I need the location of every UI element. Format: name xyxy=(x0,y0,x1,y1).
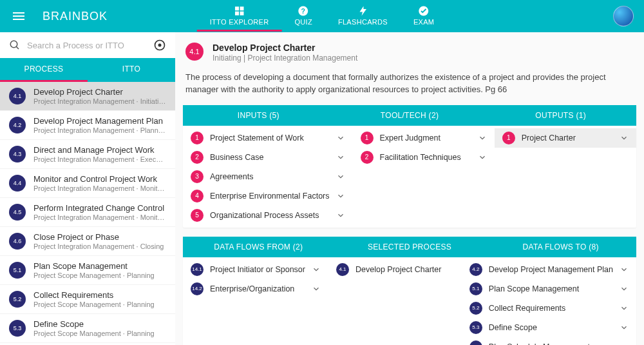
grid-icon xyxy=(234,5,245,17)
avatar[interactable] xyxy=(613,6,634,26)
detail-subtitle: Initiating | Project Integration Managem… xyxy=(213,54,357,63)
row-label: Plan Schedule Management xyxy=(489,342,613,345)
row-badge: 4.1 xyxy=(336,263,349,276)
flow-to-row[interactable]: 5.1Plan Scope Management xyxy=(462,279,636,299)
process-name: Develop Project Management Plan xyxy=(33,116,166,126)
svg-point-7 xyxy=(10,41,17,48)
search-icon xyxy=(9,39,21,51)
process-meta: Project Integration Management · Initiat… xyxy=(33,97,166,105)
row-label: Project Charter xyxy=(522,133,613,143)
process-name: Perform Integrated Change Control xyxy=(33,203,166,213)
chevron-down-icon xyxy=(620,323,629,332)
process-item[interactable]: 4.5Perform Integrated Change ControlProj… xyxy=(0,198,175,227)
row-badge: 5 xyxy=(191,209,204,222)
process-item[interactable]: 4.3Direct and Manage Project WorkProject… xyxy=(0,140,175,169)
process-item[interactable]: 5.1Plan Scope ManagementProject Scope Ma… xyxy=(0,256,175,285)
detail-description: The process of developing a document tha… xyxy=(183,68,636,105)
chevron-down-icon xyxy=(312,284,321,293)
row-badge: 2 xyxy=(361,151,374,164)
hamburger-menu-icon[interactable] xyxy=(10,10,27,23)
tools-column: 1Expert Judgment2Facilitation Techniques xyxy=(353,126,495,228)
process-meta: Project Integration Management · Plannin… xyxy=(33,126,166,134)
process-meta: Project Integration Management · Monitor… xyxy=(33,213,166,221)
row-badge: 14.2 xyxy=(191,282,204,295)
process-item[interactable]: 5.2Collect RequirementsProject Scope Man… xyxy=(0,285,175,314)
process-item[interactable]: 4.4Monitor and Control Project WorkProje… xyxy=(0,169,175,198)
sidebar: PROCESSITTO 4.1Develop Project CharterPr… xyxy=(0,32,175,345)
row-label: Facilitation Techniques xyxy=(380,153,471,162)
nav-label: ITTO EXPLORER xyxy=(210,18,269,26)
process-item[interactable]: 5.3Define ScopeProject Scope Management … xyxy=(0,314,175,343)
svg-rect-0 xyxy=(235,6,239,10)
input-row[interactable]: 4Enterprise Environmental Factors xyxy=(183,186,353,206)
process-item[interactable]: 4.2Develop Project Management PlanProjec… xyxy=(0,111,175,140)
brand-title: BRAINBOK xyxy=(43,10,108,23)
row-badge: 1 xyxy=(502,132,515,144)
row-badge: 1 xyxy=(361,132,374,144)
row-badge: 6.1 xyxy=(469,340,482,345)
input-row[interactable]: 1Project Statement of Work xyxy=(183,128,353,148)
row-badge: 1 xyxy=(191,132,204,144)
row-label: Project Initiator or Sponsor xyxy=(210,265,305,274)
search-input[interactable] xyxy=(27,41,147,50)
svg-rect-1 xyxy=(240,6,243,10)
process-id-badge: 4.6 xyxy=(9,233,26,250)
input-row[interactable]: 2Business Case xyxy=(183,148,353,167)
process-id-badge: 5.2 xyxy=(9,291,26,308)
row-label: Agreements xyxy=(210,172,330,181)
flows-to-column: 4.2Develop Project Management Plan5.1Pla… xyxy=(462,257,636,345)
chevron-down-icon xyxy=(336,153,345,162)
input-row[interactable]: 3Agreements xyxy=(183,167,353,186)
svg-rect-3 xyxy=(240,11,243,15)
flow-from-row[interactable]: 14.1Project Initiator or Sponsor xyxy=(183,260,328,279)
process-id-badge: 5.3 xyxy=(9,320,26,337)
process-name: Close Project or Phase xyxy=(33,232,166,242)
process-meta: Project Integration Management · Executi… xyxy=(33,155,166,163)
process-meta: Project Scope Management · Planning xyxy=(33,330,166,337)
flow-selected-row[interactable]: 4.1Develop Project Charter xyxy=(328,260,462,279)
row-badge: 5.1 xyxy=(469,282,482,295)
detail-header: 4.1 Develop Project Charter Initiating |… xyxy=(183,40,636,68)
check-icon xyxy=(418,5,430,17)
row-badge: 5.3 xyxy=(469,321,482,334)
flow-from-row[interactable]: 14.2Enterprise/Organization xyxy=(183,279,328,299)
flow-to-row[interactable]: 5.2Collect Requirements xyxy=(462,299,636,318)
flow-to-row[interactable]: 4.2Develop Project Management Plan xyxy=(462,260,636,279)
row-label: Define Scope xyxy=(489,323,613,332)
row-badge: 4 xyxy=(191,190,204,202)
input-row[interactable]: 5Organizational Process Assets xyxy=(183,206,353,225)
process-list: 4.1Develop Project CharterProject Integr… xyxy=(0,82,175,345)
bolt-icon xyxy=(357,5,368,17)
nav-item-quiz[interactable]: ?QUIZ xyxy=(281,1,325,32)
nav-item-exam[interactable]: EXAM xyxy=(401,1,447,32)
flow-to-row[interactable]: 5.3Define Scope xyxy=(462,318,636,337)
tool-row[interactable]: 1Expert Judgment xyxy=(353,128,495,148)
row-label: Enterprise/Organization xyxy=(210,284,305,293)
top-nav: ITTO EXPLORER?QUIZFLASHCARDSEXAM xyxy=(197,1,448,32)
nav-item-flashcards[interactable]: FLASHCARDS xyxy=(325,1,401,32)
flow-to-row[interactable]: 6.1Plan Schedule Management xyxy=(462,337,636,345)
row-label: Organizational Process Assets xyxy=(210,211,330,220)
sidebar-tab-itto[interactable]: ITTO xyxy=(88,58,175,82)
sidebar-tab-process[interactable]: PROCESS xyxy=(0,58,88,82)
nav-item-itto-explorer[interactable]: ITTO EXPLORER xyxy=(197,1,282,32)
row-badge: 2 xyxy=(191,151,204,164)
process-meta: Project Integration Management · Closing xyxy=(33,242,166,250)
process-item[interactable]: 4.1Develop Project CharterProject Integr… xyxy=(0,82,175,111)
filter-icon[interactable] xyxy=(153,39,166,52)
inputs-column: 1Project Statement of Work2Business Case… xyxy=(183,126,353,228)
detail-id-badge: 4.1 xyxy=(185,43,204,61)
process-item[interactable]: 4.6Close Project or PhaseProject Integra… xyxy=(0,227,175,256)
process-id-badge: 4.2 xyxy=(9,117,26,133)
tool-row[interactable]: 2Facilitation Techniques xyxy=(353,148,495,167)
itto-section: INPUTS (5) TOOL/TECH (2) OUTPUTS (1) 1Pr… xyxy=(183,105,636,228)
svg-text:?: ? xyxy=(301,6,306,14)
flows-from-column: 14.1Project Initiator or Sponsor14.2Ente… xyxy=(183,257,328,345)
output-row[interactable]: 1Project Charter xyxy=(495,128,636,148)
process-meta: Project Scope Management · Planning xyxy=(33,271,166,279)
chevron-down-icon xyxy=(620,304,629,313)
outputs-column: 1Project Charter xyxy=(495,126,636,228)
search-bar xyxy=(0,32,175,58)
process-name: Direct and Manage Project Work xyxy=(33,145,166,155)
row-label: Plan Scope Management xyxy=(489,284,613,293)
